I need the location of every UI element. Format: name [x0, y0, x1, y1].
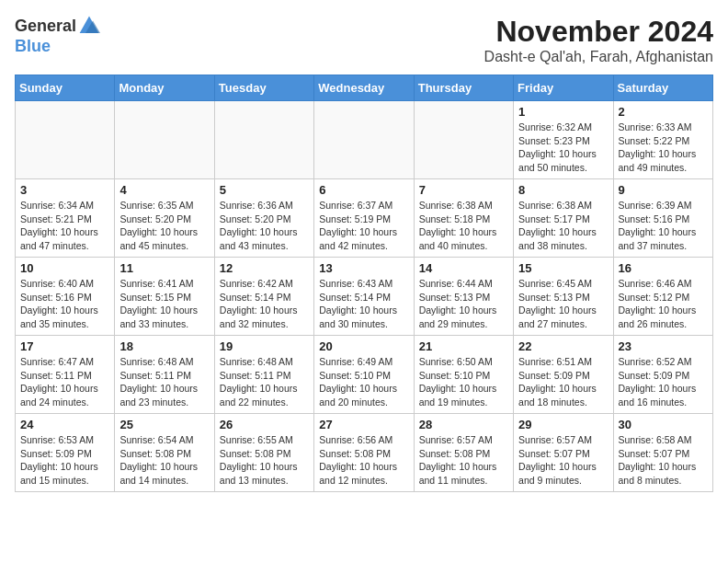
calendar-week-row: 17Sunrise: 6:47 AM Sunset: 5:11 PM Dayli… [16, 336, 713, 414]
calendar-cell [214, 101, 313, 179]
calendar-cell: 8Sunrise: 6:38 AM Sunset: 5:17 PM Daylig… [514, 179, 613, 258]
calendar-cell: 27Sunrise: 6:56 AM Sunset: 5:08 PM Dayli… [314, 414, 414, 492]
day-number: 23 [619, 339, 708, 353]
title-area: November 2024 Dasht-e Qal'ah, Farah, Afg… [484, 15, 713, 65]
day-detail: Sunrise: 6:48 AM Sunset: 5:11 PM Dayligh… [119, 355, 209, 409]
calendar-week-row: 24Sunrise: 6:53 AM Sunset: 5:09 PM Dayli… [16, 414, 713, 492]
day-detail: Sunrise: 6:46 AM Sunset: 5:12 PM Dayligh… [619, 277, 708, 331]
calendar-cell: 26Sunrise: 6:55 AM Sunset: 5:08 PM Dayli… [214, 414, 313, 492]
day-number: 28 [419, 418, 508, 431]
weekday-header: Wednesday [314, 75, 414, 101]
calendar-cell: 17Sunrise: 6:47 AM Sunset: 5:11 PM Dayli… [16, 336, 115, 414]
day-detail: Sunrise: 6:38 AM Sunset: 5:17 PM Dayligh… [518, 199, 608, 253]
day-number: 14 [419, 261, 508, 275]
weekday-header: Sunday [16, 75, 115, 101]
day-number: 21 [419, 339, 508, 353]
day-detail: Sunrise: 6:42 AM Sunset: 5:14 PM Dayligh… [220, 277, 309, 331]
day-detail: Sunrise: 6:34 AM Sunset: 5:21 PM Dayligh… [20, 199, 109, 253]
day-number: 12 [220, 261, 309, 275]
calendar-cell: 20Sunrise: 6:49 AM Sunset: 5:10 PM Dayli… [314, 336, 414, 414]
calendar-week-row: 3Sunrise: 6:34 AM Sunset: 5:21 PM Daylig… [16, 179, 713, 258]
calendar-cell: 18Sunrise: 6:48 AM Sunset: 5:11 PM Dayli… [115, 336, 214, 414]
day-detail: Sunrise: 6:32 AM Sunset: 5:23 PM Dayligh… [518, 121, 608, 175]
day-number: 20 [319, 339, 408, 353]
day-detail: Sunrise: 6:45 AM Sunset: 5:13 PM Dayligh… [518, 277, 608, 331]
calendar-cell [314, 101, 414, 179]
day-number: 19 [220, 339, 309, 353]
day-number: 22 [518, 339, 608, 353]
calendar-cell: 1Sunrise: 6:32 AM Sunset: 5:23 PM Daylig… [514, 101, 613, 179]
calendar-cell [16, 101, 115, 179]
day-detail: Sunrise: 6:51 AM Sunset: 5:09 PM Dayligh… [518, 355, 608, 409]
calendar-cell: 19Sunrise: 6:48 AM Sunset: 5:11 PM Dayli… [214, 336, 313, 414]
calendar-cell [414, 101, 513, 179]
calendar-cell: 22Sunrise: 6:51 AM Sunset: 5:09 PM Dayli… [514, 336, 613, 414]
calendar-cell: 6Sunrise: 6:37 AM Sunset: 5:19 PM Daylig… [314, 179, 414, 258]
calendar-cell: 25Sunrise: 6:54 AM Sunset: 5:08 PM Dayli… [115, 414, 214, 492]
day-detail: Sunrise: 6:52 AM Sunset: 5:09 PM Dayligh… [619, 355, 708, 409]
day-number: 5 [220, 183, 309, 197]
day-number: 4 [119, 183, 209, 197]
page-header: General Blue November 2024 Dasht-e Qal'a… [15, 15, 713, 65]
calendar-cell: 11Sunrise: 6:41 AM Sunset: 5:15 PM Dayli… [115, 258, 214, 336]
calendar-cell: 24Sunrise: 6:53 AM Sunset: 5:09 PM Dayli… [16, 414, 115, 492]
calendar-cell: 15Sunrise: 6:45 AM Sunset: 5:13 PM Dayli… [514, 258, 613, 336]
day-number: 16 [619, 261, 708, 275]
day-number: 11 [119, 261, 209, 275]
day-number: 29 [518, 418, 608, 431]
day-detail: Sunrise: 6:57 AM Sunset: 5:08 PM Dayligh… [419, 433, 508, 488]
day-detail: Sunrise: 6:35 AM Sunset: 5:20 PM Dayligh… [119, 199, 209, 253]
day-detail: Sunrise: 6:57 AM Sunset: 5:07 PM Dayligh… [518, 433, 608, 488]
day-number: 10 [20, 261, 109, 275]
calendar-cell: 5Sunrise: 6:36 AM Sunset: 5:20 PM Daylig… [214, 179, 313, 258]
day-number: 9 [619, 183, 708, 197]
weekday-header: Saturday [613, 75, 712, 101]
day-number: 27 [319, 418, 408, 431]
calendar-cell: 4Sunrise: 6:35 AM Sunset: 5:20 PM Daylig… [115, 179, 214, 258]
logo-blue: Blue [15, 37, 51, 55]
calendar-cell: 16Sunrise: 6:46 AM Sunset: 5:12 PM Dayli… [613, 258, 712, 336]
day-detail: Sunrise: 6:38 AM Sunset: 5:18 PM Dayligh… [419, 199, 508, 253]
day-detail: Sunrise: 6:36 AM Sunset: 5:20 PM Dayligh… [220, 199, 309, 253]
day-number: 30 [619, 418, 708, 431]
day-detail: Sunrise: 6:55 AM Sunset: 5:08 PM Dayligh… [220, 433, 309, 488]
location-title: Dasht-e Qal'ah, Farah, Afghanistan [484, 49, 713, 65]
logo-icon [78, 15, 100, 37]
calendar-cell: 23Sunrise: 6:52 AM Sunset: 5:09 PM Dayli… [613, 336, 712, 414]
day-detail: Sunrise: 6:41 AM Sunset: 5:15 PM Dayligh… [119, 277, 209, 331]
day-detail: Sunrise: 6:56 AM Sunset: 5:08 PM Dayligh… [319, 433, 408, 488]
day-detail: Sunrise: 6:39 AM Sunset: 5:16 PM Dayligh… [619, 199, 708, 253]
weekday-header-row: SundayMondayTuesdayWednesdayThursdayFrid… [16, 75, 713, 101]
calendar-week-row: 1Sunrise: 6:32 AM Sunset: 5:23 PM Daylig… [16, 101, 713, 179]
calendar-cell: 21Sunrise: 6:50 AM Sunset: 5:10 PM Dayli… [414, 336, 513, 414]
weekday-header: Thursday [414, 75, 513, 101]
calendar-week-row: 10Sunrise: 6:40 AM Sunset: 5:16 PM Dayli… [16, 258, 713, 336]
calendar-cell: 9Sunrise: 6:39 AM Sunset: 5:16 PM Daylig… [613, 179, 712, 258]
day-detail: Sunrise: 6:50 AM Sunset: 5:10 PM Dayligh… [419, 355, 508, 409]
calendar-table: SundayMondayTuesdayWednesdayThursdayFrid… [15, 75, 713, 492]
calendar-cell: 3Sunrise: 6:34 AM Sunset: 5:21 PM Daylig… [16, 179, 115, 258]
calendar-cell: 28Sunrise: 6:57 AM Sunset: 5:08 PM Dayli… [414, 414, 513, 492]
month-title: November 2024 [484, 15, 713, 49]
day-detail: Sunrise: 6:49 AM Sunset: 5:10 PM Dayligh… [319, 355, 408, 409]
day-detail: Sunrise: 6:40 AM Sunset: 5:16 PM Dayligh… [20, 277, 109, 331]
day-number: 3 [20, 183, 109, 197]
day-number: 18 [119, 339, 209, 353]
day-detail: Sunrise: 6:33 AM Sunset: 5:22 PM Dayligh… [619, 121, 708, 175]
day-number: 15 [518, 261, 608, 275]
weekday-header: Tuesday [214, 75, 313, 101]
calendar-cell [115, 101, 214, 179]
day-number: 26 [220, 418, 309, 431]
calendar-cell: 2Sunrise: 6:33 AM Sunset: 5:22 PM Daylig… [613, 101, 712, 179]
day-detail: Sunrise: 6:53 AM Sunset: 5:09 PM Dayligh… [20, 433, 109, 488]
logo-general: General [15, 17, 76, 36]
calendar-cell: 7Sunrise: 6:38 AM Sunset: 5:18 PM Daylig… [414, 179, 513, 258]
day-number: 13 [319, 261, 408, 275]
day-detail: Sunrise: 6:48 AM Sunset: 5:11 PM Dayligh… [220, 355, 309, 409]
calendar-cell: 13Sunrise: 6:43 AM Sunset: 5:14 PM Dayli… [314, 258, 414, 336]
day-number: 6 [319, 183, 408, 197]
day-detail: Sunrise: 6:44 AM Sunset: 5:13 PM Dayligh… [419, 277, 508, 331]
calendar-cell: 12Sunrise: 6:42 AM Sunset: 5:14 PM Dayli… [214, 258, 313, 336]
day-number: 1 [518, 105, 608, 119]
calendar-cell: 29Sunrise: 6:57 AM Sunset: 5:07 PM Dayli… [514, 414, 613, 492]
